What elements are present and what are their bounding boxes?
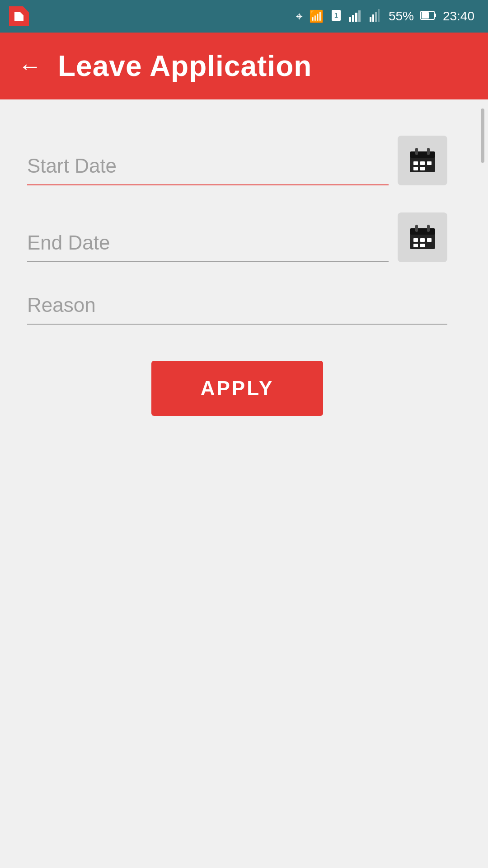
svg-rect-2 bbox=[349, 17, 351, 22]
app-logo bbox=[9, 0, 29, 33]
svg-rect-29 bbox=[413, 244, 418, 247]
svg-rect-18 bbox=[420, 161, 425, 165]
svg-rect-24 bbox=[415, 225, 418, 232]
svg-text:1: 1 bbox=[334, 12, 338, 19]
time-display: 23:40 bbox=[443, 9, 474, 24]
svg-rect-6 bbox=[370, 17, 371, 22]
svg-rect-8 bbox=[375, 12, 377, 22]
svg-rect-23 bbox=[410, 228, 435, 235]
wifi-icon: 📶 bbox=[309, 10, 324, 22]
apply-button[interactable]: APPLY bbox=[151, 361, 323, 416]
apply-btn-container: APPLY bbox=[27, 361, 447, 416]
svg-rect-30 bbox=[420, 244, 425, 247]
reason-wrapper bbox=[27, 289, 447, 325]
svg-rect-15 bbox=[415, 148, 418, 155]
leave-form: APPLY bbox=[27, 118, 447, 434]
start-date-row bbox=[27, 136, 447, 185]
status-icons: ⌖ 📶 1 55% bbox=[296, 9, 474, 24]
svg-rect-4 bbox=[355, 13, 357, 22]
main-content: APPLY bbox=[0, 99, 488, 452]
signal-bars-icon bbox=[349, 9, 363, 24]
svg-rect-26 bbox=[413, 238, 418, 242]
reason-row bbox=[27, 289, 447, 325]
start-date-wrapper bbox=[27, 150, 389, 185]
mobile-signal-icon bbox=[370, 9, 382, 24]
folio-logo-icon bbox=[9, 6, 29, 26]
back-button[interactable]: ← bbox=[18, 54, 42, 78]
status-bar: ⌖ 📶 1 55% bbox=[0, 0, 488, 33]
scrollbar-thumb bbox=[481, 108, 484, 163]
page-title: Leave Application bbox=[58, 49, 312, 83]
sim-icon: 1 bbox=[330, 9, 343, 24]
end-date-row bbox=[27, 212, 447, 262]
svg-rect-9 bbox=[378, 9, 380, 22]
svg-rect-21 bbox=[420, 167, 425, 170]
svg-rect-20 bbox=[413, 167, 418, 170]
battery-percent: 55% bbox=[389, 9, 414, 24]
start-date-calendar-button[interactable] bbox=[398, 136, 447, 185]
end-date-wrapper bbox=[27, 227, 389, 262]
svg-rect-28 bbox=[427, 238, 432, 242]
svg-rect-11 bbox=[422, 12, 429, 19]
start-date-input[interactable] bbox=[27, 150, 389, 185]
svg-rect-17 bbox=[413, 161, 418, 165]
svg-rect-3 bbox=[352, 15, 354, 22]
svg-rect-14 bbox=[410, 151, 435, 158]
reason-input[interactable] bbox=[27, 289, 447, 325]
svg-rect-7 bbox=[372, 14, 374, 22]
svg-rect-16 bbox=[427, 148, 430, 155]
svg-rect-19 bbox=[427, 161, 432, 165]
end-date-calendar-button[interactable] bbox=[398, 212, 447, 262]
end-date-input[interactable] bbox=[27, 227, 389, 262]
svg-rect-12 bbox=[434, 14, 436, 17]
bluetooth-icon: ⌖ bbox=[296, 10, 303, 22]
calendar-icon bbox=[408, 146, 437, 175]
svg-rect-5 bbox=[358, 10, 361, 22]
svg-rect-27 bbox=[420, 238, 425, 242]
scrollbar[interactable] bbox=[477, 99, 488, 280]
battery-icon bbox=[420, 9, 436, 24]
calendar-icon-2 bbox=[408, 223, 437, 252]
svg-rect-25 bbox=[427, 225, 430, 232]
app-bar: ← Leave Application bbox=[0, 33, 488, 99]
